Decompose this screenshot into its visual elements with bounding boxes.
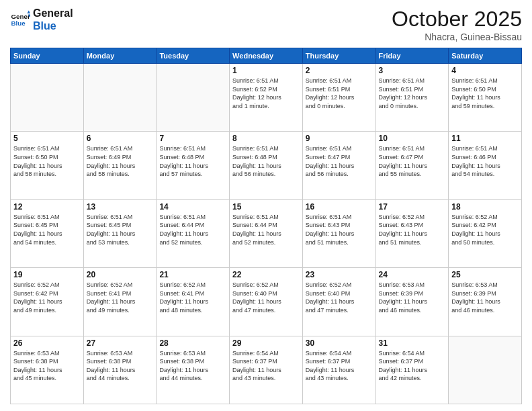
calendar-cell: 30Sunrise: 6:54 AMSunset: 6:37 PMDayligh… [302,336,375,404]
day-number: 27 [87,338,154,348]
calendar-cell: 3Sunrise: 6:51 AMSunset: 6:51 PMDaylight… [375,64,449,132]
day-number: 30 [306,338,373,348]
calendar-cell: 23Sunrise: 6:52 AMSunset: 6:40 PMDayligh… [302,268,375,336]
month-title: October 2025 [392,7,522,32]
calendar-cell: 4Sunrise: 6:51 AMSunset: 6:50 PMDaylight… [449,64,522,132]
calendar-cell [157,64,230,132]
calendar-cell: 24Sunrise: 6:53 AMSunset: 6:39 PMDayligh… [375,268,449,336]
calendar-cell: 7Sunrise: 6:51 AMSunset: 6:48 PMDaylight… [157,132,230,199]
week-row-5: 26Sunrise: 6:53 AMSunset: 6:38 PMDayligh… [11,336,522,404]
day-number: 24 [379,270,446,279]
logo-blue-text: Blue [33,19,73,32]
calendar-table: SundayMondayTuesdayWednesdayThursdayFrid… [10,48,522,404]
title-block: October 2025 Nhacra, Guinea-Bissau [392,7,522,42]
calendar-cell: 1Sunrise: 6:51 AMSunset: 6:52 PMDaylight… [230,64,303,132]
day-info: Sunrise: 6:51 AMSunset: 6:44 PMDaylight:… [159,213,226,246]
day-info: Sunrise: 6:54 AMSunset: 6:37 PMDaylight:… [379,349,446,383]
calendar-cell: 5Sunrise: 6:51 AMSunset: 6:50 PMDaylight… [11,132,84,199]
col-header-thursday: Thursday [302,48,375,64]
day-info: Sunrise: 6:52 AMSunset: 6:42 PMDaylight:… [451,213,519,246]
col-header-friday: Friday [375,48,449,64]
day-info: Sunrise: 6:51 AMSunset: 6:50 PMDaylight:… [451,77,519,110]
svg-text:General: General [11,13,31,20]
calendar-cell: 31Sunrise: 6:54 AMSunset: 6:37 PMDayligh… [375,336,449,404]
day-number: 2 [306,66,373,75]
svg-marker-2 [28,11,31,14]
week-row-3: 12Sunrise: 6:51 AMSunset: 6:45 PMDayligh… [11,199,522,267]
calendar-cell: 10Sunrise: 6:51 AMSunset: 6:47 PMDayligh… [375,132,449,199]
day-number: 15 [232,202,300,212]
day-info: Sunrise: 6:51 AMSunset: 6:44 PMDaylight:… [232,213,300,246]
calendar-cell: 2Sunrise: 6:51 AMSunset: 6:51 PMDaylight… [302,64,375,132]
calendar-header-row: SundayMondayTuesdayWednesdayThursdayFrid… [11,48,522,64]
day-info: Sunrise: 6:53 AMSunset: 6:39 PMDaylight:… [451,281,519,314]
day-number: 29 [232,338,300,348]
day-number: 21 [159,270,226,279]
calendar-cell: 22Sunrise: 6:52 AMSunset: 6:40 PMDayligh… [230,268,303,336]
day-number: 4 [451,66,519,75]
day-number: 22 [232,270,300,279]
day-number: 12 [13,202,81,212]
calendar-cell: 6Sunrise: 6:51 AMSunset: 6:49 PMDaylight… [83,132,157,199]
day-info: Sunrise: 6:54 AMSunset: 6:37 PMDaylight:… [306,349,373,383]
col-header-wednesday: Wednesday [230,48,303,64]
day-info: Sunrise: 6:52 AMSunset: 6:40 PMDaylight:… [306,281,373,314]
day-info: Sunrise: 6:51 AMSunset: 6:47 PMDaylight:… [379,144,446,178]
day-number: 25 [451,270,519,279]
day-number: 20 [87,270,154,279]
day-info: Sunrise: 6:51 AMSunset: 6:48 PMDaylight:… [159,144,226,178]
day-info: Sunrise: 6:51 AMSunset: 6:43 PMDaylight:… [306,213,373,246]
day-number: 14 [159,202,226,212]
day-number: 11 [451,134,519,143]
col-header-saturday: Saturday [449,48,522,64]
calendar-cell: 8Sunrise: 6:51 AMSunset: 6:48 PMDaylight… [230,132,303,199]
calendar-cell: 21Sunrise: 6:52 AMSunset: 6:41 PMDayligh… [157,268,230,336]
calendar-cell: 16Sunrise: 6:51 AMSunset: 6:43 PMDayligh… [302,199,375,267]
day-info: Sunrise: 6:51 AMSunset: 6:50 PMDaylight:… [13,144,81,178]
calendar-cell [83,64,157,132]
day-number: 28 [159,338,226,348]
day-info: Sunrise: 6:53 AMSunset: 6:38 PMDaylight:… [159,349,226,383]
day-number: 23 [306,270,373,279]
day-info: Sunrise: 6:51 AMSunset: 6:45 PMDaylight:… [87,213,154,246]
day-info: Sunrise: 6:51 AMSunset: 6:48 PMDaylight:… [232,144,300,178]
day-number: 1 [232,66,300,75]
day-info: Sunrise: 6:52 AMSunset: 6:43 PMDaylight:… [379,213,446,246]
calendar-cell: 17Sunrise: 6:52 AMSunset: 6:43 PMDayligh… [375,199,449,267]
calendar-cell: 9Sunrise: 6:51 AMSunset: 6:47 PMDaylight… [302,132,375,199]
day-number: 6 [87,134,154,143]
calendar-cell: 15Sunrise: 6:51 AMSunset: 6:44 PMDayligh… [230,199,303,267]
day-info: Sunrise: 6:52 AMSunset: 6:41 PMDaylight:… [87,281,154,314]
day-info: Sunrise: 6:51 AMSunset: 6:47 PMDaylight:… [306,144,373,178]
logo-icon: General Blue [10,9,30,30]
day-number: 8 [232,134,300,143]
week-row-1: 1Sunrise: 6:51 AMSunset: 6:52 PMDaylight… [11,64,522,132]
day-number: 7 [159,134,226,143]
page: General Blue General Blue October 2025 N… [0,0,532,411]
day-info: Sunrise: 6:53 AMSunset: 6:39 PMDaylight:… [379,281,446,314]
calendar-cell: 25Sunrise: 6:53 AMSunset: 6:39 PMDayligh… [449,268,522,336]
day-info: Sunrise: 6:52 AMSunset: 6:41 PMDaylight:… [159,281,226,314]
day-number: 31 [379,338,446,348]
calendar-cell [449,336,522,404]
calendar-cell: 18Sunrise: 6:52 AMSunset: 6:42 PMDayligh… [449,199,522,267]
calendar-cell: 19Sunrise: 6:52 AMSunset: 6:42 PMDayligh… [11,268,84,336]
svg-text:Blue: Blue [11,19,26,27]
day-number: 9 [306,134,373,143]
day-number: 19 [13,270,81,279]
day-number: 3 [379,66,446,75]
logo: General Blue General Blue [10,7,73,32]
week-row-2: 5Sunrise: 6:51 AMSunset: 6:50 PMDaylight… [11,132,522,199]
day-number: 5 [13,134,81,143]
col-header-monday: Monday [83,48,157,64]
day-number: 13 [87,202,154,212]
calendar-cell: 14Sunrise: 6:51 AMSunset: 6:44 PMDayligh… [157,199,230,267]
day-number: 16 [306,202,373,212]
day-number: 18 [451,202,519,212]
location: Nhacra, Guinea-Bissau [392,32,522,42]
day-info: Sunrise: 6:51 AMSunset: 6:51 PMDaylight:… [379,77,446,110]
calendar-cell: 13Sunrise: 6:51 AMSunset: 6:45 PMDayligh… [83,199,157,267]
day-number: 26 [13,338,81,348]
day-info: Sunrise: 6:51 AMSunset: 6:49 PMDaylight:… [87,144,154,178]
week-row-4: 19Sunrise: 6:52 AMSunset: 6:42 PMDayligh… [11,268,522,336]
